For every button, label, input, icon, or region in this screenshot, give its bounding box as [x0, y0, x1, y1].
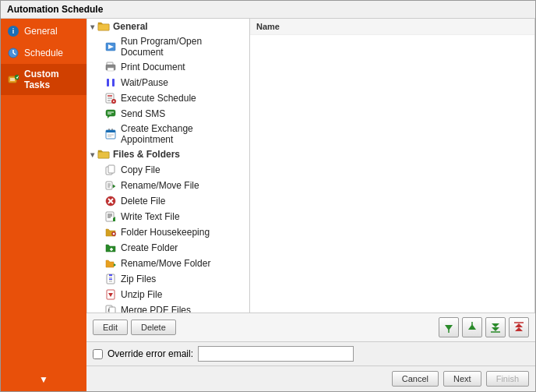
- copy-file-icon: [104, 164, 117, 176]
- svg-rect-58: [109, 279, 112, 281]
- task-group-files-label: Files & Folders: [113, 149, 180, 160]
- task-list-panel: ▾ General: [86, 19, 250, 313]
- finish-button[interactable]: Finish: [486, 371, 529, 387]
- svg-rect-44: [106, 212, 114, 221]
- folder-icon: [97, 21, 110, 32]
- schedule-icon: [7, 47, 19, 59]
- edit-button[interactable]: Edit: [93, 320, 128, 335]
- panels: ▾ General: [86, 19, 535, 313]
- move-down-button[interactable]: [439, 317, 459, 337]
- list-item[interactable]: Delete File: [87, 193, 249, 209]
- arrow-up-first-icon: [513, 322, 524, 333]
- svg-marker-65: [445, 325, 453, 330]
- task-item-label: Send SMS: [121, 108, 165, 119]
- name-column-header: Name: [250, 19, 534, 35]
- list-item[interactable]: Rename/Move File: [87, 178, 249, 193]
- move-last-button[interactable]: [485, 317, 506, 337]
- action-buttons: Edit Delete: [93, 317, 529, 337]
- wait-pause-icon: [104, 76, 117, 89]
- list-item[interactable]: Write Text File: [87, 209, 249, 224]
- sidebar-item-schedule[interactable]: Schedule: [1, 42, 86, 64]
- create-folder-icon: [104, 242, 117, 254]
- print-document-icon: [104, 61, 117, 73]
- footer-bar: Cancel Next Finish: [86, 366, 535, 391]
- folder-icon: [97, 149, 110, 160]
- task-item-label: Execute Schedule: [121, 93, 196, 104]
- svg-marker-54: [114, 263, 116, 267]
- content-area: ▾ General: [86, 19, 535, 391]
- task-item-label: Write Text File: [121, 211, 180, 222]
- task-group-general[interactable]: ▾ General: [87, 19, 249, 34]
- list-item[interactable]: Run Program/Open Document: [87, 34, 249, 59]
- move-first-button[interactable]: [509, 317, 529, 337]
- rename-move-folder-icon: [104, 257, 117, 270]
- svg-rect-23: [106, 110, 115, 116]
- next-button[interactable]: Next: [443, 371, 481, 387]
- execute-schedule-icon: [104, 92, 117, 104]
- task-item-label: Print Document: [121, 62, 185, 72]
- override-label: Override error email:: [108, 348, 193, 359]
- zip-files-icon: [104, 273, 117, 285]
- list-item[interactable]: Merge PDF Files: [87, 302, 249, 313]
- svg-rect-9: [98, 24, 109, 30]
- task-item-label: Rename/Move Folder: [121, 258, 210, 269]
- list-item[interactable]: Create Exchange Appointment: [87, 122, 249, 147]
- task-item-label: Create Folder: [121, 242, 178, 253]
- arrow-down-last-icon: [490, 322, 501, 333]
- task-item-label: Wait/Pause: [121, 77, 168, 88]
- collapse-general-icon: ▾: [90, 23, 94, 31]
- list-item[interactable]: Zip Files: [87, 271, 249, 287]
- folder-housekeeping-icon: [104, 226, 117, 238]
- svg-rect-57: [109, 277, 112, 278]
- sidebar-item-label: Custom Tasks: [24, 69, 80, 90]
- list-item[interactable]: Folder Housekeeping: [87, 224, 249, 240]
- delete-button[interactable]: Delete: [131, 320, 176, 335]
- override-bar: Override error email:: [86, 341, 535, 366]
- rename-move-file-icon: [104, 179, 117, 192]
- info-icon: i: [7, 25, 19, 37]
- create-exchange-icon: [104, 128, 117, 140]
- move-up-button[interactable]: [462, 317, 482, 337]
- task-item-label: Rename/Move File: [121, 180, 199, 191]
- list-item[interactable]: Execute Schedule: [87, 90, 249, 106]
- svg-marker-73: [515, 323, 523, 327]
- svg-marker-74: [515, 327, 523, 331]
- cancel-button[interactable]: Cancel: [392, 371, 439, 387]
- run-program-icon: [104, 41, 117, 53]
- arrow-down-icon: ▼: [39, 374, 48, 385]
- arrow-up-green-icon: [467, 322, 478, 333]
- task-item-label: Merge PDF Files: [121, 305, 191, 313]
- list-item[interactable]: Print Document: [87, 59, 249, 75]
- task-list-scroll[interactable]: ▾ General: [87, 19, 249, 313]
- list-item[interactable]: Unzip File: [87, 287, 249, 302]
- send-sms-icon: [104, 108, 117, 120]
- override-checkbox[interactable]: [93, 349, 103, 359]
- svg-rect-35: [108, 165, 115, 173]
- list-item[interactable]: Rename/Move Folder: [87, 256, 249, 271]
- list-item[interactable]: Wait/Pause: [87, 75, 249, 90]
- task-group-files-folders[interactable]: ▾ Files & Folders: [87, 147, 249, 162]
- window-title: Automation Schedule: [7, 4, 103, 15]
- task-item-label: Delete File: [121, 196, 165, 207]
- sidebar-scroll-down-arrow[interactable]: ▼: [1, 368, 86, 391]
- task-item-label: Zip Files: [121, 274, 156, 284]
- svg-marker-40: [113, 185, 115, 188]
- list-item[interactable]: Send SMS: [87, 106, 249, 122]
- override-email-input[interactable]: [198, 346, 354, 362]
- merge-pdf-icon: [104, 304, 117, 313]
- task-item-label: Create Exchange Appointment: [121, 123, 245, 145]
- svg-rect-63: [109, 307, 115, 313]
- write-text-file-icon: [104, 210, 117, 223]
- task-item-label: Copy File: [121, 164, 160, 175]
- svg-rect-59: [109, 281, 112, 282]
- svg-marker-67: [468, 324, 476, 330]
- sidebar-item-label: Schedule: [24, 48, 63, 58]
- list-item[interactable]: Create Folder: [87, 240, 249, 256]
- task-item-label: Unzip File: [121, 289, 162, 300]
- main-container: i General Schedule: [1, 19, 535, 391]
- unzip-file-icon: [104, 288, 117, 301]
- sidebar-item-custom-tasks[interactable]: Custom Tasks: [1, 64, 86, 95]
- list-item[interactable]: Copy File: [87, 162, 249, 178]
- sidebar-item-general[interactable]: i General: [1, 20, 86, 42]
- sidebar-item-label: General: [24, 26, 58, 37]
